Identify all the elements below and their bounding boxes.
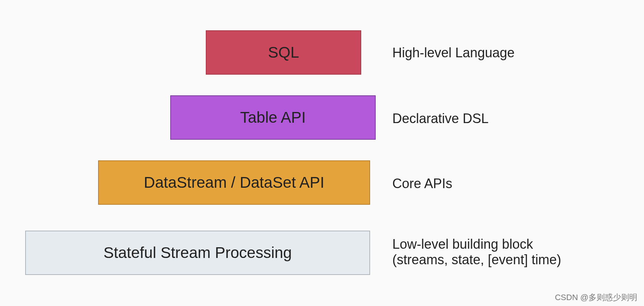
layer-table: Table API xyxy=(170,95,376,140)
layer-sql: SQL xyxy=(206,30,361,75)
layer-table-label: Table API xyxy=(240,109,306,126)
caption-stateful: Low-level building block(streams, state,… xyxy=(392,237,561,268)
layer-ds-label: DataStream / DataSet API xyxy=(144,174,325,191)
caption-sql: High-level Language xyxy=(392,45,514,61)
layer-sql-label: SQL xyxy=(268,44,299,61)
layer-stateful: Stateful Stream Processing xyxy=(25,231,370,275)
layer-state-label: Stateful Stream Processing xyxy=(104,244,292,262)
caption-datastream: Core APIs xyxy=(392,176,452,191)
layer-datastream: DataStream / DataSet API xyxy=(98,160,370,205)
caption-table: Declarative DSL xyxy=(392,111,489,126)
watermark: CSDN @多则惑少则明 xyxy=(555,292,637,303)
